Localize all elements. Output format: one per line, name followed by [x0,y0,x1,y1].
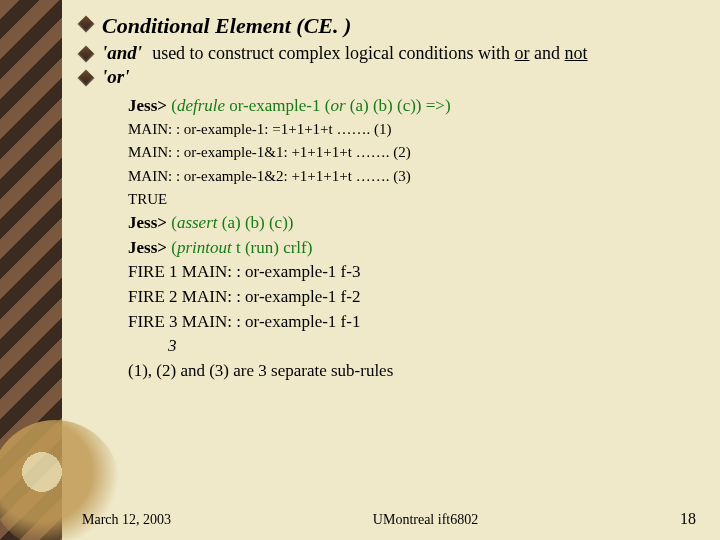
trace-1: MAIN: : or-example-1: =1+1+1+t ……. (1) [128,118,696,141]
footer-center: UMontreal ift6802 [373,512,478,528]
footer-date: March 12, 2003 [82,512,171,528]
prompt: Jess> [128,213,171,232]
fire-1: FIRE 1 MAIN: : or-example-1 f-3 [128,260,696,285]
side-artwork [0,0,62,540]
slide-body: Conditional Element (CE. ) 'and' used to… [62,0,720,540]
and-desc-not: not [565,43,588,63]
and-keyword: 'and' [102,42,142,63]
subrules-note: (1), (2) and (3) are 3 separate sub-rule… [128,359,696,384]
kw-assert: assert [177,213,222,232]
and-desc-mid: and [530,43,565,63]
code-line-defrule: Jess> (defrule or-example-1 (or (a) (b) … [128,94,696,119]
diamond-bullet-icon [78,16,95,33]
trace-true: TRUE [128,188,696,211]
code-block: Jess> (defrule or-example-1 (or (a) (b) … [128,94,696,384]
slide-footer: March 12, 2003 UMontreal ift6802 18 [82,510,696,528]
code-text: (a) (b) (c)) =>) [346,96,451,115]
fire-2: FIRE 2 MAIN: : or-example-1 f-2 [128,285,696,310]
diamond-bullet-icon [78,69,95,86]
code-line-assert: Jess> (assert (a) (b) (c)) [128,211,696,236]
trace-2: MAIN: : or-example-1&1: +1+1+1+t ……. (2) [128,141,696,164]
bullet-and-row: 'and' used to construct complex logical … [80,42,696,64]
prompt: Jess> [128,96,171,115]
bullet-title-row: Conditional Element (CE. ) [80,12,696,40]
kw-defrule: defrule [177,96,225,115]
trace-3: MAIN: : or-example-1&2: +1+1+1+t ……. (3) [128,165,696,188]
bullet-or-row: 'or' [80,66,696,88]
prompt: Jess> [128,238,171,257]
and-desc: used to construct complex logical condit… [152,43,587,63]
code-text: or-example-1 ( [225,96,330,115]
fire-3: FIRE 3 MAIN: : or-example-1 f-1 [128,310,696,335]
footer-page: 18 [680,510,696,528]
code-line-printout: Jess> (printout t (run) crlf) [128,236,696,261]
and-desc-pre: used to construct complex logical condit… [152,43,514,63]
result-3: 3 [128,334,696,359]
code-text: t (run) crlf) [236,238,312,257]
and-line: 'and' used to construct complex logical … [102,42,588,64]
kw-printout: printout [177,238,236,257]
code-text: (a) (b) (c)) [222,213,294,232]
or-keyword: 'or' [102,66,129,88]
kw-or: or [330,96,345,115]
diamond-bullet-icon [78,45,95,62]
slide-title: Conditional Element (CE. ) [102,12,351,40]
and-desc-or: or [515,43,530,63]
